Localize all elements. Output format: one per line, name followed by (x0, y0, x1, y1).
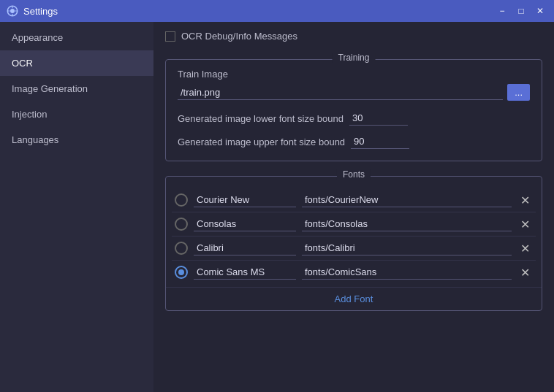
training-group-label: Training (333, 53, 376, 63)
upper-font-input[interactable] (351, 134, 409, 149)
sidebar-item-ocr[interactable]: OCR (0, 50, 153, 76)
add-font-button[interactable]: Add Font (335, 293, 373, 304)
font-name-consolas[interactable] (194, 217, 296, 231)
upper-font-row: Generated image upper font size bound (178, 134, 530, 149)
train-image-label: Train Image (178, 69, 530, 80)
font-path-courier-new[interactable] (302, 193, 512, 207)
sidebar: Appearance OCR Image Generation Injectio… (0, 22, 153, 392)
ocr-debug-row: OCR Debug/Info Messages (165, 31, 542, 45)
sidebar-item-appearance[interactable]: Appearance (0, 25, 153, 50)
remove-font-consolas[interactable]: ✕ (517, 218, 533, 231)
font-row: ✕ (172, 237, 536, 261)
window-controls: − □ ✕ (494, 4, 548, 18)
sidebar-item-languages[interactable]: Languages (0, 127, 153, 153)
remove-font-courier-new[interactable]: ✕ (517, 193, 533, 207)
font-row: ✕ (172, 188, 536, 212)
font-path-calibri[interactable] (302, 241, 512, 255)
maximize-button[interactable]: □ (513, 4, 529, 18)
font-radio-consolas[interactable] (175, 218, 188, 231)
font-row: ✕ (172, 261, 536, 284)
remove-font-comic-sans[interactable]: ✕ (517, 266, 533, 280)
app-icon (6, 4, 19, 18)
remove-font-calibri[interactable]: ✕ (517, 242, 533, 255)
upper-font-label: Generated image upper font size bound (178, 137, 345, 147)
window-title: Settings (23, 6, 494, 17)
ocr-debug-checkbox[interactable] (165, 31, 175, 42)
lower-font-input[interactable] (349, 111, 408, 126)
add-font-row: Add Font (166, 287, 542, 310)
main-layout: Appearance OCR Image Generation Injectio… (0, 22, 554, 392)
fonts-group: Fonts ✕ ✕ (165, 176, 542, 311)
train-image-section: Train Image ... (178, 69, 530, 101)
title-bar: Settings − □ ✕ (0, 0, 554, 22)
font-path-comic-sans[interactable] (302, 265, 512, 280)
font-name-calibri[interactable] (194, 241, 296, 255)
close-button[interactable]: ✕ (532, 4, 548, 18)
font-name-courier-new[interactable] (194, 193, 296, 207)
lower-font-label: Generated image lower font size bound (178, 113, 344, 124)
lower-font-row: Generated image lower font size bound (178, 111, 530, 126)
ocr-debug-label: OCR Debug/Info Messages (181, 31, 297, 42)
font-row: ✕ (172, 212, 536, 237)
font-radio-courier-new[interactable] (175, 193, 188, 207)
train-image-input[interactable] (178, 85, 503, 100)
minimize-button[interactable]: − (494, 4, 510, 18)
font-radio-calibri[interactable] (175, 242, 188, 255)
browse-button[interactable]: ... (507, 84, 530, 101)
svg-point-1 (10, 9, 15, 13)
font-name-comic-sans[interactable] (194, 265, 296, 280)
sidebar-item-image-generation[interactable]: Image Generation (0, 76, 153, 101)
font-path-consolas[interactable] (302, 217, 512, 231)
fonts-group-label: Fonts (337, 169, 371, 180)
train-image-row: ... (178, 84, 530, 101)
content-area: OCR Debug/Info Messages Training Train I… (153, 22, 554, 392)
font-radio-comic-sans[interactable] (175, 266, 188, 279)
sidebar-item-injection[interactable]: Injection (0, 101, 153, 127)
training-group: Training Train Image ... Generated image… (165, 59, 542, 161)
fonts-scroll-area[interactable]: ✕ ✕ ✕ (166, 185, 542, 287)
